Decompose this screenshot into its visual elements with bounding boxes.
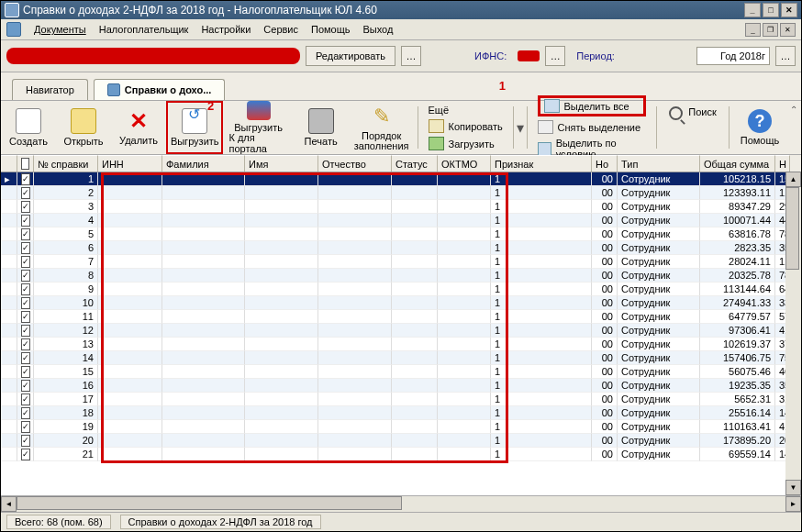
row-checkbox[interactable]: ✓ — [21, 366, 30, 378]
col-priznak[interactable]: Признак — [491, 155, 592, 172]
print-button[interactable]: Печать — [294, 101, 349, 154]
table-row[interactable]: ✓4100Сотрудник100071.4444 — [1, 214, 801, 227]
menu-service[interactable]: Сервис — [263, 24, 298, 35]
table-row[interactable]: ✓15100Сотрудник56075.4646 — [1, 365, 801, 379]
scroll-thumb-h[interactable] — [17, 496, 402, 510]
export-button[interactable]: ↺Выгрузить — [166, 101, 223, 154]
table-row[interactable]: ✓12100Сотрудник97306.4141 — [1, 324, 801, 338]
chevron-down-icon[interactable]: ▾ — [517, 119, 524, 137]
tab-navigator[interactable]: Навигатор — [12, 79, 88, 100]
scroll-up-button[interactable]: ▲ — [785, 172, 801, 187]
col-nom[interactable]: Но — [592, 155, 618, 172]
row-checkbox[interactable]: ✓ — [21, 352, 30, 364]
scroll-left-button[interactable]: ◄ — [1, 496, 17, 512]
row-checkbox[interactable]: ✓ — [21, 242, 30, 254]
browse-ifns-button[interactable]: … — [545, 46, 565, 66]
table-row[interactable]: ✓17100Сотрудник5652.3131 — [1, 393, 801, 406]
browse-period-button[interactable]: … — [775, 46, 796, 66]
table-row[interactable]: ✓9100Сотрудник113144.6464 — [1, 283, 801, 296]
mdi-minimize[interactable]: _ — [745, 23, 761, 37]
col-surname[interactable]: Фамилия — [162, 155, 245, 172]
export-portal-button[interactable]: ВыгрузитьК для портала — [223, 101, 293, 154]
col-check[interactable] — [17, 155, 34, 172]
col-marker[interactable] — [1, 155, 17, 172]
tab-certificates[interactable]: Справки о дохо... — [94, 79, 225, 100]
create-button[interactable]: Создать — [1, 101, 56, 154]
row-checkbox[interactable]: ✓ — [21, 435, 30, 447]
scroll-down-button[interactable]: ▼ — [785, 480, 801, 495]
col-status[interactable]: Статус — [392, 155, 438, 172]
row-checkbox[interactable]: ✓ — [21, 338, 30, 350]
fill-order-button[interactable]: ✎Порядокзаполнения — [349, 101, 415, 154]
table-row[interactable]: ✓21100Сотрудник69559.1414 — [1, 448, 801, 461]
table-row[interactable]: ✓2100Сотрудник123393.1111 — [1, 186, 801, 200]
close-button[interactable]: ✕ — [781, 3, 797, 17]
vertical-scrollbar[interactable]: ▲ ▼ — [785, 172, 801, 495]
table-row[interactable]: ✓7100Сотрудник28024.1111 — [1, 255, 801, 269]
collapse-icon[interactable]: ⌃ — [790, 105, 797, 115]
load-icon — [429, 137, 444, 150]
row-checkbox[interactable]: ✓ — [21, 380, 30, 392]
row-checkbox[interactable]: ✓ — [21, 173, 30, 185]
row-checkbox[interactable]: ✓ — [21, 215, 30, 227]
deselect-button[interactable]: Снять выделение — [538, 120, 647, 134]
menu-settings[interactable]: Настройки — [201, 24, 251, 35]
load-button[interactable]: Загрузить — [429, 137, 503, 150]
col-inn[interactable]: ИНН — [98, 155, 162, 172]
row-checkbox[interactable]: ✓ — [21, 228, 30, 240]
select-all-button[interactable]: Выделить все — [544, 99, 640, 113]
menu-taxpayer[interactable]: Налогоплательщик — [99, 24, 189, 35]
scroll-thumb-v[interactable] — [785, 187, 799, 270]
row-checkbox[interactable]: ✓ — [21, 256, 30, 268]
col-number[interactable]: № справки — [34, 155, 98, 172]
row-checkbox[interactable]: ✓ — [21, 283, 30, 295]
maximize-button[interactable]: □ — [763, 3, 779, 17]
minimize-button[interactable]: _ — [744, 3, 761, 17]
table-row[interactable]: ✓3100Сотрудник89347.2929 — [1, 200, 801, 214]
col-n[interactable]: Н — [775, 155, 790, 172]
row-checkbox[interactable]: ✓ — [21, 421, 30, 433]
horizontal-scrollbar[interactable]: ◄ ► — [1, 495, 801, 512]
table-row[interactable]: ✓11100Сотрудник64779.5757 — [1, 310, 801, 324]
help-button[interactable]: ?Помощь — [732, 101, 787, 154]
row-checkbox[interactable]: ✓ — [21, 449, 30, 460]
mdi-restore[interactable]: ❐ — [763, 23, 778, 37]
col-type[interactable]: Тип — [618, 155, 700, 172]
mdi-close[interactable]: ✕ — [780, 23, 796, 37]
table-row[interactable]: ✓13100Сотрудник102619.3737 — [1, 338, 801, 351]
menu-documents[interactable]: Документы — [34, 24, 86, 35]
table-cell: Сотрудник — [618, 351, 700, 365]
table-row[interactable]: ✓19100Сотрудник110163.4141 — [1, 420, 801, 434]
row-checkbox[interactable]: ✓ — [21, 325, 30, 337]
table-row[interactable]: ✓10100Сотрудник274941.3333 — [1, 296, 801, 310]
row-checkbox[interactable]: ✓ — [21, 393, 30, 405]
header-checkbox[interactable] — [21, 158, 29, 170]
table-row[interactable]: ✓6100Сотрудник2823.3535 — [1, 241, 801, 255]
delete-button[interactable]: ✕Удалить — [111, 101, 166, 154]
row-checkbox[interactable]: ✓ — [21, 407, 30, 419]
search-button[interactable]: Поиск — [660, 101, 726, 154]
table-row[interactable]: ✓8100Сотрудник20325.7878 — [1, 269, 801, 283]
copy-button[interactable]: Копировать — [429, 119, 503, 133]
table-row[interactable]: ▸✓1100Сотрудник105218.1515 — [1, 172, 801, 186]
edit-button[interactable]: Редактировать — [306, 46, 395, 66]
open-button[interactable]: Открыть — [56, 101, 111, 154]
row-checkbox[interactable]: ✓ — [21, 297, 30, 309]
scroll-right-button[interactable]: ► — [785, 496, 801, 512]
table-row[interactable]: ✓14100Сотрудник157406.7575 — [1, 351, 801, 365]
col-patronym[interactable]: Отчество — [318, 155, 392, 172]
row-checkbox[interactable]: ✓ — [21, 187, 30, 199]
col-sum[interactable]: Общая сумма — [700, 155, 775, 172]
row-checkbox[interactable]: ✓ — [21, 270, 30, 282]
table-row[interactable]: ✓5100Сотрудник63816.7878 — [1, 227, 801, 241]
menu-exit[interactable]: Выход — [363, 24, 394, 35]
col-oktmo[interactable]: ОКТМО — [438, 155, 491, 172]
col-name[interactable]: Имя — [245, 155, 318, 172]
table-row[interactable]: ✓16100Сотрудник19235.3535 — [1, 379, 801, 393]
row-checkbox[interactable]: ✓ — [21, 201, 30, 213]
table-row[interactable]: ✓20100Сотрудник173895.2020 — [1, 434, 801, 448]
menu-help[interactable]: Помощь — [311, 24, 351, 35]
row-checkbox[interactable]: ✓ — [21, 311, 30, 323]
browse-org-button[interactable]: … — [401, 46, 421, 66]
table-row[interactable]: ✓18100Сотрудник25516.1414 — [1, 406, 801, 420]
